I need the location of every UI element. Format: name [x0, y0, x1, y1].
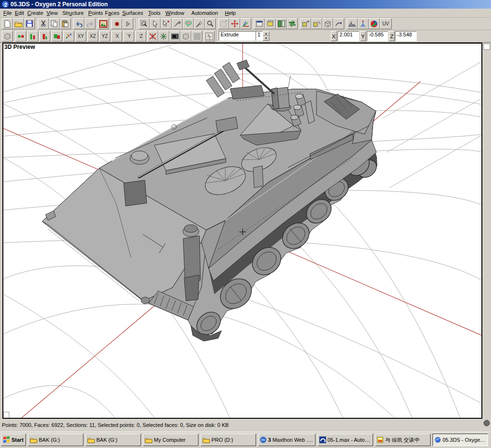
svg-text:3D Preview: 3D Preview — [4, 44, 35, 50]
svg-text:2: 2 — [4, 2, 7, 8]
svg-text:m: m — [261, 437, 265, 442]
